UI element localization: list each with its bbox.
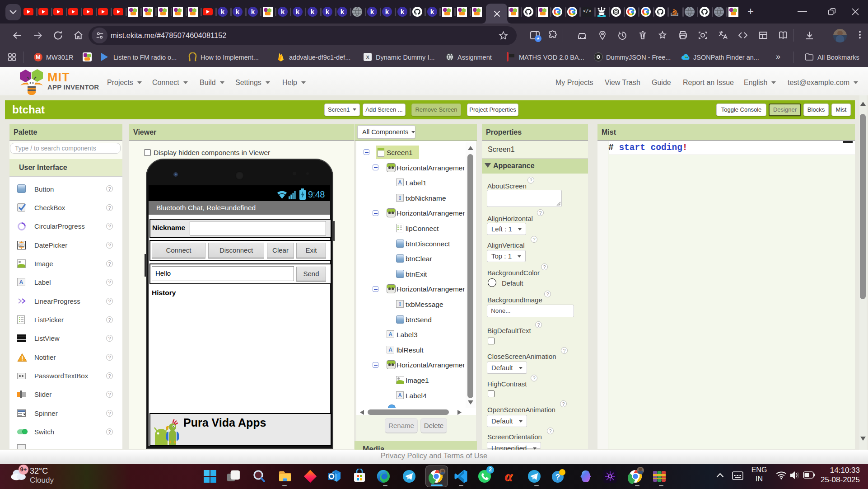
svg-text:?: ? — [555, 473, 560, 481]
